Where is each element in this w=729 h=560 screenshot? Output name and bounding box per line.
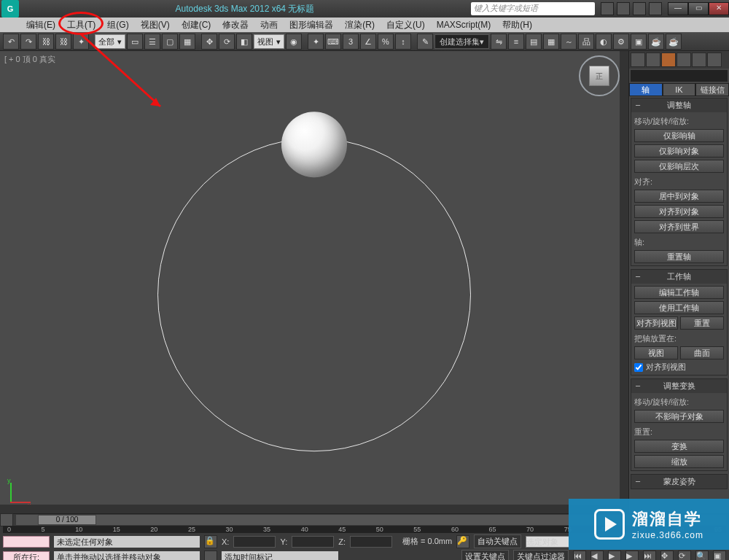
ref-coord-dropdown[interactable]: 视图▾ (254, 34, 284, 49)
infocenter-star-icon[interactable] (633, 2, 646, 15)
btn-align-to-world[interactable]: 对齐到世界 (634, 220, 724, 233)
btn-reset-wp[interactable]: 重置 (680, 316, 724, 330)
viewport-scrollbar-v[interactable] (620, 51, 628, 505)
menu-grapheditors[interactable]: 图形编辑器 (284, 18, 339, 33)
chk-align-to-view[interactable]: 对齐到视图 (634, 362, 724, 373)
tab-create-icon[interactable] (631, 52, 645, 67)
menu-view[interactable]: 视图(V) (135, 18, 176, 33)
rollout-skin-pose[interactable]: 蒙皮姿势 (631, 475, 727, 489)
select-move-icon[interactable]: ✥ (201, 34, 217, 50)
nav-pan-icon[interactable]: ✥ (660, 551, 674, 561)
menu-edit[interactable]: 编辑(E) (20, 18, 61, 33)
btn-reset-scale[interactable]: 缩放 (634, 455, 724, 468)
align-icon[interactable]: ≡ (508, 34, 524, 50)
app-icon[interactable]: G (1, 0, 19, 18)
graphite-icon[interactable]: ▦ (543, 34, 559, 50)
select-object-icon[interactable]: ▭ (127, 34, 143, 50)
layer-manager-icon[interactable]: ▤ (526, 34, 542, 50)
play-prev-icon[interactable]: ◀ (590, 551, 604, 561)
mirror-icon[interactable]: ⇋ (491, 34, 507, 50)
rollout-working-pivot[interactable]: 工作轴 (631, 270, 727, 284)
menu-customize[interactable]: 自定义(U) (381, 18, 431, 33)
menu-create[interactable]: 创建(C) (176, 18, 217, 33)
unlink-icon[interactable]: ⛓ (55, 34, 71, 50)
named-selection-dropdown[interactable]: 创建选择集 ▾ (434, 34, 489, 49)
subtab-ik[interactable]: IK (663, 83, 696, 96)
spinner-snap-icon[interactable]: ↕ (395, 34, 411, 50)
tab-display-icon[interactable] (692, 52, 706, 67)
menu-rendering[interactable]: 渲染(R) (339, 18, 381, 33)
btn-place-view[interactable]: 视图 (634, 346, 678, 359)
time-config-icon[interactable] (0, 513, 13, 526)
select-rotate-icon[interactable]: ⟳ (219, 34, 235, 50)
isolate-icon[interactable] (204, 551, 217, 561)
selection-filter-dropdown[interactable]: 全部▾ (95, 34, 125, 49)
select-manipulate-icon[interactable]: ✦ (308, 34, 324, 50)
setkey-button[interactable]: 设置关键点 (461, 550, 509, 560)
maxscript-mini-listener[interactable] (3, 536, 50, 548)
btn-align-to-object[interactable]: 对齐到对象 (634, 205, 724, 218)
btn-place-surface[interactable]: 曲面 (680, 346, 724, 359)
menu-modifiers[interactable]: 修改器 (217, 18, 254, 33)
subtab-pivot[interactable]: 轴 (629, 83, 663, 96)
menu-animation[interactable]: 动画 (254, 18, 284, 33)
keyfilters-button[interactable]: 关键点过滤器 (513, 550, 569, 560)
help-search-input[interactable]: 键入关键字或短语 (471, 2, 595, 15)
infocenter-help-icon[interactable] (649, 2, 662, 15)
time-slider-knob[interactable]: 0 / 100 (38, 515, 96, 525)
render-iterative-icon[interactable]: ☕ (666, 34, 682, 50)
menu-maxscript[interactable]: MAXScript(M) (431, 18, 497, 31)
tab-utilities-icon[interactable] (707, 52, 722, 67)
material-editor-icon[interactable]: ◐ (596, 34, 612, 50)
key-filters-dropdown[interactable]: 选定对象 (526, 536, 569, 548)
rollout-adjust-pivot[interactable]: 调整轴 (631, 98, 727, 112)
btn-align-to-view[interactable]: 对齐到视图 (634, 316, 678, 330)
subtab-linkinfo[interactable]: 链接信息 (695, 83, 729, 96)
tab-motion-icon[interactable] (677, 52, 691, 67)
window-crossing-icon[interactable]: ▦ (179, 34, 195, 50)
link-icon[interactable]: ⛓ (38, 34, 54, 50)
bind-spacewarp-icon[interactable]: ✦ (73, 34, 89, 50)
curve-editor-icon[interactable]: ～ (561, 34, 577, 50)
help-search-icon[interactable] (601, 2, 614, 15)
coord-y-input[interactable] (292, 536, 334, 548)
play-next-icon[interactable]: ▶ (625, 551, 639, 561)
nav-maximize-icon[interactable]: ▣ (713, 551, 726, 561)
redo-icon[interactable]: ↷ (20, 34, 36, 50)
btn-edit-working-pivot[interactable]: 编辑工作轴 (634, 286, 724, 299)
autokey-button[interactable]: 自动关键点 (474, 534, 521, 548)
play-icon[interactable]: ▶ (608, 551, 621, 561)
btn-affect-hierarchy[interactable]: 仅影响层次 (634, 160, 724, 173)
angle-snap-icon[interactable]: ∠ (360, 34, 376, 50)
render-production-icon[interactable]: ☕ (648, 34, 664, 50)
tab-modify-icon[interactable] (646, 52, 660, 67)
sphere-object[interactable] (281, 112, 347, 177)
select-by-name-icon[interactable]: ☰ (144, 34, 160, 50)
play-start-icon[interactable]: ⏮ (573, 551, 586, 561)
close-button[interactable]: ✕ (709, 2, 729, 15)
time-tag-field[interactable]: 添加时间标记 (222, 551, 338, 561)
minimize-button[interactable]: — (668, 2, 688, 15)
tab-hierarchy-icon[interactable] (661, 52, 676, 67)
viewport[interactable]: [ + 0 顶 0 真实 正 y x (0, 51, 628, 513)
schematic-view-icon[interactable]: 品 (578, 34, 594, 50)
play-end-icon[interactable]: ⏭ (643, 551, 656, 561)
menu-tools[interactable]: 工具(T) (61, 18, 101, 33)
select-region-icon[interactable]: ▢ (162, 34, 178, 50)
nav-zoom-icon[interactable]: 🔍 (695, 551, 709, 561)
viewport-label[interactable]: [ + 0 顶 0 真实 (4, 54, 55, 65)
coord-z-input[interactable] (350, 536, 392, 548)
viewcube[interactable]: 正 (579, 55, 620, 96)
lock-selection-icon[interactable]: 🔒 (204, 535, 217, 548)
coord-x-input[interactable] (233, 536, 276, 548)
key-mode-icon[interactable]: 🔑 (456, 535, 469, 548)
menu-help[interactable]: 帮助(H) (496, 18, 538, 33)
rendered-frame-icon[interactable]: ▣ (631, 34, 647, 50)
undo-icon[interactable]: ↶ (3, 34, 19, 50)
row-indicator[interactable]: 所在行: (3, 551, 50, 561)
nav-orbit-icon[interactable]: ⟳ (678, 551, 691, 561)
infocenter-dash-icon[interactable] (617, 2, 630, 15)
viewport-scrollbar-h[interactable] (0, 505, 628, 513)
rollout-adjust-transform[interactable]: 调整变换 (631, 379, 727, 393)
btn-reset-transform[interactable]: 变换 (634, 440, 724, 453)
